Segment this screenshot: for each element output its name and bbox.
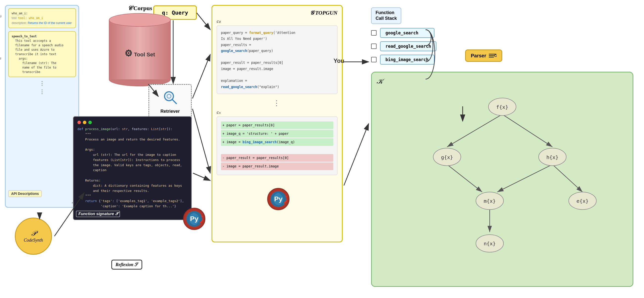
svg-line-1 <box>172 99 176 104</box>
c0-blank1 <box>221 54 333 60</box>
tool-name-0: who_am_i: <box>12 11 72 15</box>
node-mx-label: m{x} <box>484 198 496 204</box>
reflexion-label: Reflexion ℱ <box>116 262 138 267</box>
function-sig-panel: def process_image(url: str, features: Li… <box>73 116 192 220</box>
c0-line5: paper_result = paper_results[0] <box>221 60 333 65</box>
fcs-item-1: google_search <box>371 28 495 38</box>
python-logo-1: Py <box>183 208 205 230</box>
node-hx-label: h{x} <box>546 154 558 160</box>
tool-card-0: who_am_i: tool: tool: who_am_i descripti… <box>8 8 76 28</box>
cn-code-block: + paper = paper_results[0] + image_q = '… <box>217 116 338 175</box>
t0-label: t₀ <box>0 13 1 18</box>
minimize-dot <box>83 121 86 124</box>
dots-separator: ⋮ <box>8 80 76 87</box>
fcs-button-3[interactable]: bing_image_search <box>380 55 434 64</box>
corpus-section: 𝒞 Corpus ⚙ Tool Set <box>109 5 171 86</box>
node-nx-label: n{x} <box>484 241 496 247</box>
cn-add3: + image = bing_image_search(image_q) <box>221 138 333 146</box>
c0-line2: Is All You Need paper') <box>221 36 333 41</box>
cn-remove1: - paper_result = paper_results[0] <box>221 154 333 162</box>
corpus-word: Corpus <box>133 5 152 11</box>
left-panel: t₀ t₁ who_am_i: tool: tool: who_am_i des… <box>5 5 79 208</box>
node-gx-label: g{x} <box>441 154 453 160</box>
c0-blank2 <box>221 72 333 78</box>
maximize-dot <box>88 121 92 124</box>
arrow-topgun-cn-to-right <box>344 124 369 186</box>
svg-text:Py: Py <box>274 195 283 203</box>
parser-icon <box>489 53 496 59</box>
edge-hx-mx <box>497 164 552 192</box>
c0-line6: image = paper_result.image <box>221 66 333 72</box>
window-controls <box>78 121 187 124</box>
arrow-retriever-to-topgun-bottom <box>192 109 210 173</box>
api-descriptions-label: API Descriptions <box>8 190 42 197</box>
k-graph-panel: 𝒦 f{x} g{x} <box>371 72 633 287</box>
tool-set-label: ⚙ Tool Set <box>124 48 155 59</box>
arrow-retriever-to-topgun-top <box>192 54 210 98</box>
python-icon-1: Py <box>186 210 203 228</box>
arrow-funcsig-to-topgun <box>193 173 210 181</box>
svg-text:Py: Py <box>190 215 199 223</box>
codesynth-circle: 𝒫 CodeSynth <box>15 218 52 255</box>
edge-fx-gx <box>447 114 502 147</box>
codesynth-label: CodeSynth <box>24 238 43 243</box>
tool-tool-0: tool: tool: who_am_i <box>12 15 72 20</box>
edge-hx-ex <box>552 164 583 192</box>
retriever-box: Retriever <box>148 84 192 120</box>
c0-code-block: paper_query = format_query('Attention Is… <box>217 25 338 94</box>
fcs-checkbox-1[interactable] <box>371 30 376 36</box>
search-icon <box>163 90 178 105</box>
c0-line8: read_google_search("explain") <box>221 84 333 90</box>
k-title: 𝒦 <box>377 77 628 86</box>
parser-box: Parser <box>465 49 502 62</box>
tool-desc-0: description: Returns the ID of the curre… <box>12 20 72 25</box>
right-panel: FunctionCall Stack google_search read_go… <box>371 5 638 292</box>
retriever-icon <box>163 90 178 108</box>
function-sig-code: def process_image(url: str, features: Li… <box>78 127 187 209</box>
python-icon-2: Py <box>270 190 287 208</box>
python-logo-2: Py <box>267 188 290 210</box>
svg-line-13 <box>496 56 496 57</box>
c0-line7: explanation = <box>221 78 333 84</box>
tool-body-1: This tool acccepts a filename for a spee… <box>12 38 72 74</box>
fcs-title: FunctionCall Stack <box>371 7 401 24</box>
fcs-button-1[interactable]: google_search <box>380 28 434 38</box>
fcs-checkbox-2[interactable] <box>371 43 376 49</box>
tool-card-1: speech_to_text This tool acccepts a file… <box>8 31 76 77</box>
dots-separator2: ⋮ <box>8 88 76 95</box>
arrow-query-to-topgun <box>197 13 210 30</box>
corpus-cylinder: ⚙ Tool Set <box>109 13 171 86</box>
topgun-dots: ⋮ <box>217 99 338 107</box>
c0-line3: paper_results = <box>221 42 333 48</box>
t1-label: t₁ <box>0 55 1 61</box>
close-dot <box>78 121 81 124</box>
fcs-button-2[interactable]: read_google_search <box>380 41 436 51</box>
node-ex-label: e{x} <box>576 198 588 204</box>
reflexion-box: Reflexion ℱ <box>111 260 142 270</box>
topgun-title: 𝒢 TOPGUN <box>217 10 338 16</box>
function-sig-label: Function signature 𝒯̃ <box>76 211 120 217</box>
cn-label: cₙ <box>217 110 338 115</box>
diagram-container: t₀ t₁ who_am_i: tool: tool: who_am_i des… <box>0 0 644 298</box>
query-label: q: Query <box>162 10 188 16</box>
fcs-checkbox-3[interactable] <box>371 57 376 62</box>
tool-name-1: speech_to_text <box>12 34 72 38</box>
you-text: You <box>334 57 344 64</box>
c-symbol: 𝒞 <box>128 5 132 11</box>
cn-add1: + paper = paper_results[0] <box>221 121 333 129</box>
parser-label: Parser <box>471 53 486 59</box>
cn-remove2: - image = paper_result.image <box>221 162 333 170</box>
k-graph-svg: f{x} g{x} h{x} m{x} e{x} n{x} <box>377 88 628 281</box>
edge-fx-hx <box>502 114 552 147</box>
cn-add2: + image_q = 'structure: ' + paper <box>221 130 333 137</box>
cn-blank <box>221 147 333 153</box>
gear-icon: ⚙ <box>124 48 132 58</box>
edge-gx-mx <box>447 164 482 192</box>
p-symbol: 𝒫 <box>31 230 36 238</box>
cylinder-body: ⚙ Tool Set <box>109 20 171 79</box>
c0-line1: paper_query = format_query('Attention <box>221 30 333 36</box>
retriever-label: Retriever <box>160 109 180 114</box>
node-fx-label: f{x} <box>496 104 508 110</box>
c0-label: c₀ <box>217 18 338 24</box>
c0-line4: google_search(paper_query) <box>221 48 333 54</box>
